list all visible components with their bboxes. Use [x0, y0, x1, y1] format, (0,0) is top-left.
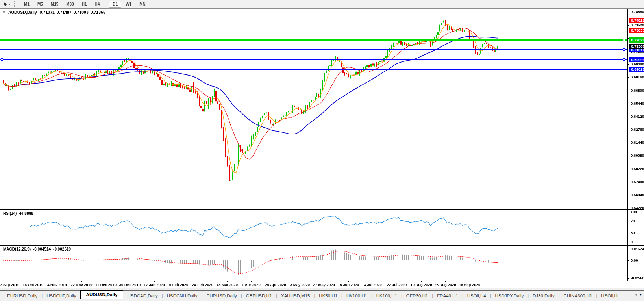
chart-tab-usoil-h4[interactable]: USOil,H4: [463, 292, 490, 299]
mt4-window: ▾ M1M5M15M30H1H4D1W1MN ▼ AUDUSD,Daily 0.…: [0, 0, 644, 301]
timeframe-button-h4[interactable]: H4: [91, 1, 104, 8]
timeframe-button-w1[interactable]: W1: [122, 1, 135, 8]
toolbar-separator: [106, 2, 106, 7]
cursor-tool-icon[interactable]: [2, 1, 9, 7]
price-chart-canvas[interactable]: [0, 0, 644, 288]
ohlc-close: 0.71365: [91, 10, 105, 15]
collapse-triangle-icon[interactable]: ▼: [2, 11, 6, 14]
chart-tab-uk100-h1[interactable]: UK100,H1: [342, 292, 371, 299]
timeframe-button-m30[interactable]: M30: [63, 1, 77, 8]
timeframe-button-h1[interactable]: H1: [78, 1, 91, 8]
macd-indicator-label: MACD(12,26,9) -0.004514 -0.002619: [3, 247, 71, 251]
timeframe-button-d1[interactable]: D1: [109, 1, 121, 8]
timeframe-button-mn[interactable]: MN: [136, 1, 149, 8]
chart-tab-usdcnh-daily[interactable]: USDCNH,Daily: [163, 292, 202, 299]
ohlc-open: 0.71071: [40, 10, 55, 15]
timeframe-toolbar: ▾ M1M5M15M30H1H4D1W1MN: [0, 0, 644, 9]
timeframe-button-m5[interactable]: M5: [34, 1, 46, 8]
chart-tab-eurusd-daily[interactable]: EURUSD,Daily: [3, 292, 41, 299]
chart-tab-fra40-h1[interactable]: FRA40,H1: [433, 292, 462, 299]
tab-scroll-right-icon[interactable]: ▸: [640, 292, 642, 297]
chart-ohlc-title: ▼ AUDUSD,Daily 0.71071 0.71487 0.71003 0…: [2, 10, 105, 15]
chart-tab-usoil-h[interactable]: USOil,H: [597, 292, 622, 299]
chart-tab-dj30-daily[interactable]: DJ30,Daily: [529, 292, 559, 299]
chart-tab-usdchf-daily[interactable]: USDCHF,Daily: [43, 292, 80, 299]
chart-tab-eurusd-daily[interactable]: EURUSD,Daily: [202, 292, 241, 299]
chart-tab-uk100-h1[interactable]: UK100,H1: [372, 292, 401, 299]
chart-symbol: AUDUSD,Daily: [8, 10, 37, 15]
chart-tab-ger30-h1[interactable]: GER30,H1: [402, 292, 432, 299]
ohlc-low: 0.71003: [74, 10, 89, 15]
cursor-tool-dropdown-icon[interactable]: ▾: [9, 2, 10, 6]
tab-scroll-arrows: ◂ ▸: [635, 292, 642, 297]
chart-tab-audusd-daily[interactable]: AUDUSD,Daily: [80, 290, 124, 299]
toolbar-drag-handle[interactable]: [14, 1, 16, 7]
rsi-indicator-label: RSI(14)44.8888: [3, 211, 33, 216]
chart-tab-china300-h1[interactable]: CHINA300,H1: [560, 292, 596, 299]
tab-scroll-left-icon[interactable]: ◂: [635, 292, 637, 297]
chart-tab-xauusd-m15[interactable]: XAUUSD,M15: [277, 292, 314, 299]
chart-tab-usdcad-daily[interactable]: USDCAD,Daily: [123, 292, 161, 299]
timeframe-button-m15[interactable]: M15: [47, 1, 62, 8]
chart-tab-hk50-h1[interactable]: HK50,H1: [315, 292, 341, 299]
timeframe-button-m1[interactable]: M1: [20, 1, 33, 8]
ohlc-high: 0.71487: [57, 10, 72, 15]
chart-tab-usdjpy-daily[interactable]: USDJPY,Daily: [491, 292, 528, 299]
symbol-tab-bar: EURUSD,Daily|USDCHF,DailyAUDUSD,DailyUSD…: [0, 288, 644, 301]
chart-tab-gbpusd-h1[interactable]: GBPUSD,H1: [242, 292, 276, 299]
